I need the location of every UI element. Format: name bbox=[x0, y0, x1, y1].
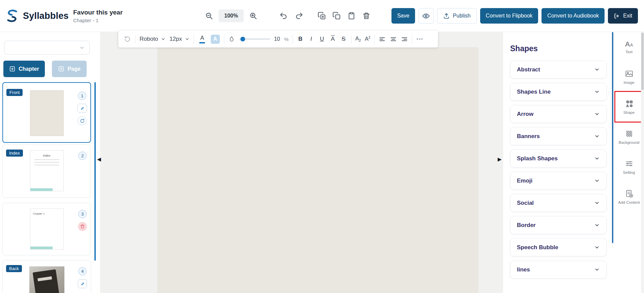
header-actions: Save Publish Convert to Flipbook Convert… bbox=[391, 8, 638, 24]
align-center-button[interactable] bbox=[390, 36, 397, 43]
redo-button[interactable] bbox=[295, 12, 303, 20]
page-thumbnail-3[interactable]: 3 Chapter 1 bbox=[2, 203, 91, 255]
convert-to-audiobook-button[interactable]: Convert to Audiobook bbox=[541, 8, 605, 24]
accordion-border[interactable]: Border bbox=[510, 216, 607, 234]
page-thumbnail-back[interactable]: Back 4 bbox=[2, 260, 91, 293]
highlight-color-button[interactable]: A bbox=[211, 35, 220, 44]
convert-to-flipbook-button[interactable]: Convert to Flipbook bbox=[480, 8, 538, 24]
slider-knob[interactable] bbox=[240, 37, 245, 41]
superscript-base: A bbox=[365, 36, 369, 42]
add-buttons-row: Chapter Page bbox=[3, 61, 87, 77]
accordion-label: lines bbox=[517, 266, 530, 273]
accordion-lines[interactable]: lines bbox=[510, 261, 607, 279]
add-chapter-button[interactable]: Chapter bbox=[3, 61, 45, 77]
paste-button[interactable] bbox=[347, 12, 356, 20]
chevron-down-icon bbox=[594, 222, 600, 228]
accordion-arrow[interactable]: Arrow bbox=[510, 105, 607, 123]
rail-item-label: Text bbox=[625, 50, 633, 54]
rail-item-image[interactable]: Image bbox=[614, 62, 644, 92]
brand-logo[interactable]: Syllabbles bbox=[5, 9, 69, 23]
canvas-page[interactable] bbox=[157, 47, 478, 293]
rail-item-background[interactable]: Background bbox=[614, 122, 644, 152]
zoom-in-button[interactable] bbox=[249, 12, 257, 20]
subscript-base: A bbox=[355, 36, 359, 41]
page-number-badge: 2 bbox=[78, 152, 87, 160]
zoom-out-button[interactable] bbox=[205, 12, 213, 20]
strikethrough-button[interactable]: S bbox=[340, 36, 347, 42]
underline-button[interactable]: U bbox=[319, 36, 325, 42]
page-thumbnail-front[interactable]: Front 1 bbox=[2, 82, 91, 143]
text-color-swatch bbox=[199, 42, 205, 43]
background-tool-icon bbox=[625, 129, 634, 138]
accordion-label: Border bbox=[517, 222, 536, 229]
publish-button[interactable]: Publish bbox=[437, 8, 476, 24]
upload-icon bbox=[443, 12, 450, 19]
reset-rotation-button[interactable] bbox=[124, 35, 131, 43]
duplicate-icon bbox=[318, 12, 326, 20]
text-tool-icon: AA bbox=[625, 40, 633, 47]
text-color-button[interactable]: A bbox=[198, 35, 207, 43]
accordion-label: Emoji bbox=[517, 177, 532, 184]
align-left-button[interactable] bbox=[379, 36, 386, 43]
align-right-button[interactable] bbox=[401, 36, 408, 43]
add-page-button[interactable]: Page bbox=[52, 61, 87, 77]
opacity-slider[interactable] bbox=[239, 37, 270, 41]
rotate-page-button[interactable] bbox=[78, 116, 87, 125]
accordion-abstract[interactable]: Abstract bbox=[510, 61, 607, 78]
save-button[interactable]: Save bbox=[391, 8, 415, 24]
rail-item-setting[interactable]: Setting bbox=[614, 152, 644, 182]
document-title: Favour this year bbox=[73, 9, 123, 16]
font-family-select[interactable]: Roboto bbox=[140, 36, 166, 42]
trash-icon bbox=[80, 224, 85, 229]
delete-button[interactable] bbox=[362, 12, 371, 20]
edit-page-button[interactable] bbox=[78, 279, 87, 288]
page-list-scrollbar[interactable] bbox=[94, 82, 96, 261]
superscript-mark: 2 bbox=[369, 36, 371, 39]
copy-button[interactable] bbox=[332, 12, 341, 20]
italic-button[interactable]: I bbox=[308, 36, 315, 42]
font-size-select[interactable]: 12px bbox=[170, 36, 189, 42]
exit-icon bbox=[614, 13, 620, 19]
rail-item-label: Setting bbox=[623, 170, 635, 174]
page-thumbnail-index[interactable]: Index 2 Index bbox=[2, 144, 91, 198]
page-thumbnail-list: Front 1 I bbox=[2, 82, 91, 293]
accordion-label: Speech Bubble bbox=[517, 244, 558, 251]
zoom-level[interactable]: 100% bbox=[218, 9, 244, 22]
accordion-speech-bubble[interactable]: Speech Bubble bbox=[510, 238, 607, 256]
more-options-button[interactable]: ••• bbox=[416, 36, 423, 42]
window-scrollbar-thumb[interactable] bbox=[641, 33, 644, 90]
exit-button[interactable]: Exit bbox=[608, 8, 638, 24]
opacity-button[interactable] bbox=[228, 36, 235, 42]
accordion-emoji[interactable]: Emoji bbox=[510, 172, 607, 190]
preview-button[interactable] bbox=[418, 8, 434, 24]
window-scrollbar[interactable] bbox=[641, 32, 644, 293]
accordion-splash-shapes[interactable]: Splash Shapes bbox=[510, 150, 607, 167]
shapes-accordion: Abstract Shapes Line Arrow Banners Splas… bbox=[510, 61, 607, 279]
accordion-shapes-line[interactable]: Shapes Line bbox=[510, 83, 607, 101]
edit-page-button[interactable] bbox=[78, 104, 87, 113]
pencil-icon bbox=[80, 281, 85, 287]
superscript-button[interactable]: A2 bbox=[365, 36, 370, 42]
chapter-select[interactable] bbox=[4, 41, 90, 55]
accordion-social[interactable]: Social bbox=[510, 194, 607, 212]
overline-button[interactable]: A bbox=[329, 36, 336, 42]
shape-tool-icon bbox=[625, 99, 634, 108]
duplicate-button[interactable] bbox=[318, 12, 326, 20]
delete-page-button[interactable] bbox=[78, 222, 87, 231]
rail-item-text[interactable]: AA Text bbox=[614, 32, 644, 62]
page-number-badge: 4 bbox=[78, 267, 87, 275]
subscript-button[interactable]: A2 bbox=[355, 36, 361, 42]
bold-button[interactable]: B bbox=[297, 36, 304, 42]
redo-icon bbox=[295, 12, 303, 20]
shapes-panel-scrollbar[interactable] bbox=[612, 32, 613, 243]
rail-item-add-content[interactable]: Add Content bbox=[614, 182, 644, 212]
collapse-left-panel-handle[interactable]: ◀ bbox=[97, 157, 101, 162]
undo-icon bbox=[279, 12, 288, 20]
chevron-down-icon bbox=[594, 178, 600, 184]
accordion-banners[interactable]: Banners bbox=[510, 127, 607, 145]
rail-item-shape[interactable]: Shape bbox=[614, 92, 644, 122]
page-badge: Front bbox=[6, 89, 23, 96]
undo-button[interactable] bbox=[279, 12, 288, 20]
text-color-letter: A bbox=[200, 35, 204, 41]
collapse-right-panel-handle[interactable]: ▶ bbox=[498, 157, 502, 162]
